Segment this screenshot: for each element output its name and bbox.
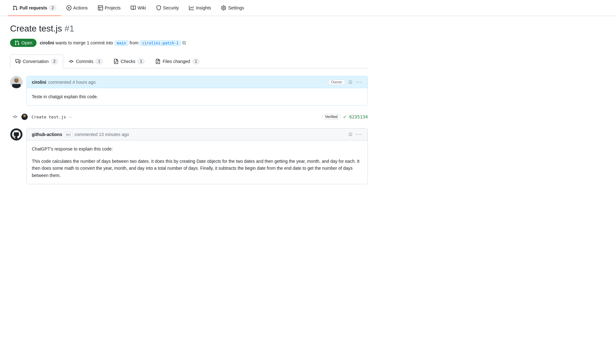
avatar-cirolini xyxy=(10,76,23,88)
more-button-1[interactable]: ··· xyxy=(356,79,362,85)
base-branch[interactable]: main xyxy=(114,40,128,46)
pr-from-text: from xyxy=(130,40,139,45)
verified-badge: Verified xyxy=(322,114,340,120)
nav-wiki[interactable]: Wiki xyxy=(126,0,151,15)
pr-status-row: Open cirolini wants to merge 1 commit in… xyxy=(10,39,368,47)
conversation-tab-icon xyxy=(15,59,20,64)
nav-pull-requests-label: Pull requests xyxy=(20,5,47,10)
comments-area: cirolini commented 4 hours ago Owner ☺ ·… xyxy=(10,76,368,189)
nav-projects[interactable]: Projects xyxy=(93,0,126,15)
commit-line-icon xyxy=(13,114,18,119)
pull-requests-badge: 2 xyxy=(49,5,56,11)
commit-info: Create test.js ··· xyxy=(31,114,318,119)
commit-row: Create test.js ··· Verified ✓ 6235134 xyxy=(10,111,368,123)
owner-badge: Owner xyxy=(328,79,345,85)
commenter-2[interactable]: github-actions xyxy=(32,132,62,137)
comment-time-2: commented 13 minutes ago xyxy=(75,132,129,137)
tab-checks-label: Checks xyxy=(121,59,135,64)
open-badge-icon xyxy=(14,40,20,45)
comment-body-1: Teste in chatgpt explain this code. xyxy=(27,88,368,105)
svg-point-5 xyxy=(17,80,18,81)
svg-rect-6 xyxy=(12,84,21,88)
comment-box-2: github-actions bot commented 13 minutes … xyxy=(26,128,368,184)
comment-header-left-2: github-actions bot commented 13 minutes … xyxy=(32,132,129,137)
svg-point-4 xyxy=(15,80,16,81)
tab-commits-label: Commits xyxy=(76,59,93,64)
pr-meta: cirolini wants to merge 1 commit into ma… xyxy=(40,40,186,46)
checks-tab-icon xyxy=(113,59,118,64)
projects-icon xyxy=(98,5,103,10)
open-badge-label: Open xyxy=(21,40,32,45)
comment-wrapper-2: github-actions bot commented 13 minutes … xyxy=(10,128,368,184)
nav-projects-label: Projects xyxy=(105,5,121,10)
comment-body-line2: This code calculates the number of days … xyxy=(32,158,362,179)
files-changed-tab-icon xyxy=(155,59,160,64)
pr-title: Create test.js #1 xyxy=(10,24,368,34)
comment-header-right-2: ☺ ··· xyxy=(348,131,362,138)
nav-settings-label: Settings xyxy=(228,5,244,10)
shield-icon xyxy=(156,5,161,10)
emoji-button-2[interactable]: ☺ xyxy=(348,131,353,138)
commit-avatar xyxy=(21,114,28,120)
nav-security-label: Security xyxy=(163,5,179,10)
open-badge: Open xyxy=(10,39,37,47)
insights-icon xyxy=(189,5,194,10)
comment-header-right-1: Owner ☺ ··· xyxy=(328,79,362,85)
comment-header-2: github-actions bot commented 13 minutes … xyxy=(27,128,368,140)
tab-conversation[interactable]: Conversation 2 xyxy=(10,54,63,68)
tab-checks[interactable]: Checks 1 xyxy=(108,54,150,68)
comment-wrapper-1: cirolini commented 4 hours ago Owner ☺ ·… xyxy=(10,76,368,105)
commit-right: Verified ✓ 6235134 xyxy=(322,114,368,120)
comment-text-1: Teste in chatgpt explain this code. xyxy=(32,93,362,100)
pr-meta-text: wants to merge 1 commit into xyxy=(55,40,113,45)
comment-box-1: cirolini commented 4 hours ago Owner ☺ ·… xyxy=(26,76,368,105)
nav-actions[interactable]: Actions xyxy=(61,0,93,15)
tab-files-changed-count: 1 xyxy=(192,59,200,64)
nav-security[interactable]: Security xyxy=(151,0,184,15)
comment-header-1: cirolini commented 4 hours ago Owner ☺ ·… xyxy=(27,76,368,88)
tab-files-changed[interactable]: Files changed 1 xyxy=(150,54,205,68)
tab-commits[interactable]: Commits 1 xyxy=(63,54,108,68)
nav-pull-requests[interactable]: Pull requests 2 xyxy=(8,0,61,16)
tab-conversation-count: 2 xyxy=(51,59,58,64)
nav-actions-label: Actions xyxy=(73,5,88,10)
nav-insights[interactable]: Insights xyxy=(184,0,216,15)
nav-wiki-label: Wiki xyxy=(138,5,146,10)
svg-point-3 xyxy=(14,78,19,83)
commit-hash[interactable]: 6235134 xyxy=(349,114,368,119)
tab-checks-count: 1 xyxy=(138,59,145,64)
commits-tab-icon xyxy=(69,59,74,64)
commit-message[interactable]: Create test.js xyxy=(31,115,66,119)
emoji-button-1[interactable]: ☺ xyxy=(348,79,353,85)
tab-commits-count: 1 xyxy=(95,59,103,64)
tab-conversation-label: Conversation xyxy=(23,59,49,64)
pr-title-text: Create test.js xyxy=(10,24,62,33)
git-pull-request-icon xyxy=(13,5,18,10)
svg-point-8 xyxy=(22,118,27,120)
comment-body-2: ChatGPT's response to explain this code:… xyxy=(27,140,368,184)
gear-icon xyxy=(221,5,226,10)
commit-dots-icon[interactable]: ··· xyxy=(69,114,72,119)
pr-author[interactable]: cirolini xyxy=(40,40,54,45)
copy-branch-icon[interactable]: ⧉ xyxy=(182,40,186,45)
actions-icon xyxy=(66,5,71,10)
svg-point-7 xyxy=(23,115,26,117)
bot-badge: bot xyxy=(64,132,72,137)
check-icon: ✓ xyxy=(343,114,347,119)
main-content: Create test.js #1 Open cirolini wants to… xyxy=(0,16,378,197)
comment-body-line1: ChatGPT's response to explain this code: xyxy=(32,145,362,152)
nav-insights-label: Insights xyxy=(196,5,211,10)
comment-header-left-1: cirolini commented 4 hours ago xyxy=(32,80,96,85)
top-nav: Pull requests 2 Actions Projects Wiki xyxy=(0,0,616,16)
commenter-1[interactable]: cirolini xyxy=(32,80,46,85)
avatar-github-actions xyxy=(10,128,23,141)
pr-tabs: Conversation 2 Commits 1 Checks 1 Files … xyxy=(10,54,368,68)
pr-number: #1 xyxy=(65,24,74,33)
nav-settings[interactable]: Settings xyxy=(216,0,249,15)
comment-time-1: commented 4 hours ago xyxy=(48,80,96,85)
head-branch[interactable]: cirolini-patch-1 xyxy=(140,40,181,46)
tab-files-changed-label: Files changed xyxy=(163,59,190,64)
more-button-2[interactable]: ··· xyxy=(356,131,362,138)
wiki-icon xyxy=(131,5,136,10)
